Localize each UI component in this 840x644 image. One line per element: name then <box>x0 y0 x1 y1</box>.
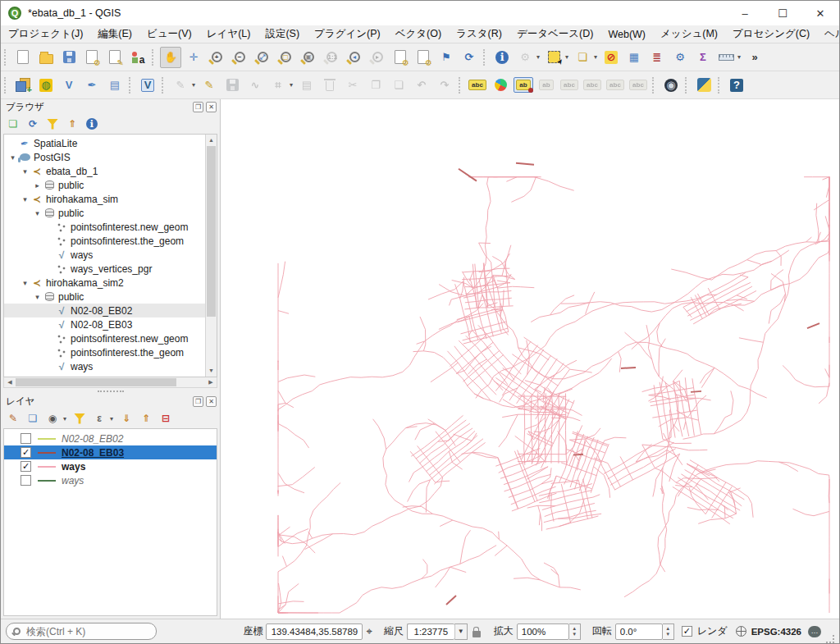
new-map-view-button[interactable]: ⚙ <box>390 47 411 68</box>
zoom-last-button[interactable]: ◂ <box>344 47 365 68</box>
menu-item-7[interactable]: ラスタ(R) <box>449 25 509 43</box>
expander-icon[interactable]: ▾ <box>20 279 30 287</box>
menu-item-0[interactable]: プロジェクト(J) <box>1 25 90 43</box>
new-memory-layer-button[interactable]: ▤ <box>104 75 126 96</box>
measure-button[interactable] <box>715 47 737 68</box>
locator-search-box[interactable] <box>6 623 157 640</box>
show-bookmarks-button[interactable]: ⚑ <box>436 47 457 68</box>
help-button[interactable]: ? <box>726 75 747 96</box>
processing-toolbox-button[interactable]: ⚙ <box>669 47 691 68</box>
close-button[interactable]: ✕ <box>801 1 839 25</box>
osm-place-search-button[interactable]: ◉ <box>660 75 682 96</box>
show-layout-manager-button[interactable]: ✎ <box>104 47 126 68</box>
scroll-down-icon[interactable]: ▼ <box>206 365 217 377</box>
measure-button-dropdown-icon[interactable]: ▾ <box>737 53 743 61</box>
menu-item-5[interactable]: プラグイン(P) <box>307 25 388 43</box>
select-features-button-dropdown-icon[interactable]: ▾ <box>565 53 571 61</box>
toolbar-grip[interactable] <box>459 77 463 94</box>
browser-item[interactable]: ✒SpatiaLite <box>4 136 205 150</box>
menu-item-3[interactable]: レイヤ(L) <box>199 25 258 43</box>
layer-visibility-checkbox[interactable] <box>21 475 31 486</box>
zoom-to-layer-button[interactable]: ▣ <box>298 47 319 68</box>
browser-item[interactable]: pointsofinterest.the_geom <box>4 345 205 359</box>
menu-item-8[interactable]: データベース(D) <box>509 25 601 43</box>
coordinate-input[interactable] <box>266 623 363 640</box>
browser-item[interactable]: ▾PostGIS <box>4 150 205 164</box>
scroll-right-icon[interactable]: ▶ <box>205 377 217 387</box>
menu-item-6[interactable]: ベクタ(O) <box>388 25 449 43</box>
expander-icon[interactable]: ▾ <box>32 209 43 217</box>
style-manager-button[interactable]: a <box>127 47 148 68</box>
add-selected-layers-button[interactable]: ❏ <box>4 115 22 133</box>
menu-item-10[interactable]: メッシュ(M) <box>653 25 725 43</box>
messages-icon[interactable]: … <box>808 626 821 637</box>
toolbar-grip[interactable] <box>652 77 656 94</box>
pin-labels-button[interactable]: ab <box>513 75 534 96</box>
zoom-in-button[interactable]: + <box>206 47 227 68</box>
new-virtual-layer-button[interactable]: V <box>137 75 158 96</box>
menu-item-1[interactable]: 編集(E) <box>90 25 139 43</box>
toggle-editing-button-dropdown-icon[interactable]: ▾ <box>192 81 198 89</box>
open-layer-styling-button[interactable]: ✎ <box>4 409 22 427</box>
browser-item[interactable]: √ways <box>4 359 205 373</box>
render-checkbox[interactable]: ✓ <box>682 626 692 637</box>
refresh-browser-button[interactable]: ⟳ <box>24 115 42 133</box>
add-group-button[interactable]: ❏ <box>24 409 42 427</box>
layer-labeling-button[interactable]: abc <box>467 75 488 96</box>
toolbar-grip[interactable] <box>162 77 166 94</box>
browser-item[interactable]: ▾≺hirohakama_sim <box>4 192 205 206</box>
scroll-left-icon[interactable]: ◀ <box>4 377 16 387</box>
layer-item[interactable]: N02-08_EB02 <box>4 432 217 445</box>
identify-features-button[interactable]: ℹ <box>491 47 513 68</box>
run-feature-action-button-dropdown-icon[interactable]: ▾ <box>536 53 542 61</box>
magnifier-input[interactable] <box>517 623 569 640</box>
search-input[interactable] <box>25 625 131 638</box>
browser-item[interactable]: ways_vertices_pgr <box>4 373 205 377</box>
select-features-button[interactable] <box>543 47 564 68</box>
toolbar-grip[interactable] <box>4 77 8 94</box>
lock-scale-icon[interactable] <box>472 631 481 637</box>
browser-item[interactable]: ▾public <box>4 206 205 220</box>
browser-item[interactable]: pointsofinterest.new_geom <box>4 220 205 234</box>
enable-properties-button[interactable]: ℹ <box>83 115 101 133</box>
crs-globe-icon[interactable] <box>736 626 746 637</box>
new-shapefile-layer-button[interactable]: V <box>58 75 80 96</box>
expander-icon[interactable]: ▾ <box>7 153 18 162</box>
show-statistics-button[interactable]: Σ <box>692 47 714 68</box>
select-by-form-button[interactable]: ❏ <box>572 47 593 68</box>
toolbar-grip[interactable] <box>129 77 133 94</box>
window-resize-grip[interactable] <box>826 635 834 643</box>
collapse-all-layers-button[interactable]: ⇑ <box>137 409 155 427</box>
filter-by-expression-button-dropdown-icon[interactable]: ▾ <box>110 415 116 422</box>
manage-map-themes-button-dropdown-icon[interactable]: ▾ <box>63 415 69 422</box>
layer-visibility-checkbox[interactable]: ✓ <box>21 447 31 458</box>
layer-item[interactable]: ways <box>4 473 217 487</box>
collapse-all-button[interactable]: ⇑ <box>63 115 81 133</box>
coordinate-extents-icon[interactable]: ⌖ <box>366 625 372 638</box>
panel-splitter[interactable] <box>1 388 220 394</box>
browser-item[interactable]: √N02-08_EB03 <box>4 317 205 331</box>
scroll-track-h[interactable] <box>16 377 205 387</box>
new-geopackage-layer-button[interactable]: ◍ <box>35 75 57 96</box>
browser-item[interactable]: ways_vertices_pgr <box>4 262 205 276</box>
rotation-input[interactable] <box>615 623 663 640</box>
magnifier-spinner[interactable]: ▲▼ <box>569 623 581 640</box>
scroll-thumb[interactable] <box>207 146 216 317</box>
refresh-map-button[interactable]: ⟳ <box>459 47 480 68</box>
current-edits-button[interactable]: ✎ <box>199 75 220 96</box>
browser-item[interactable]: √N02-08_EB02 <box>4 304 205 317</box>
layer-item[interactable]: ✓ways <box>4 459 217 473</box>
toolbar-grip[interactable] <box>152 49 156 66</box>
deselect-all-button[interactable]: ⊘ <box>600 47 622 68</box>
toolbar-grip[interactable] <box>718 77 722 94</box>
layer-visibility-checkbox[interactable]: ✓ <box>21 461 31 472</box>
menu-item-2[interactable]: ビュー(V) <box>139 25 199 43</box>
menu-item-11[interactable]: プロセシング(C) <box>725 25 817 43</box>
browser-item[interactable]: √ways <box>4 248 205 262</box>
filter-browser-button[interactable] <box>43 115 62 133</box>
crs-label[interactable]: EPSG:4326 <box>751 627 801 637</box>
new-print-layout-button[interactable]: ⚙ <box>81 47 103 68</box>
browser-item[interactable]: ▾≺ebata_db_1 <box>4 164 205 178</box>
data-source-manager-button[interactable]: + <box>12 75 34 96</box>
rotation-spinner[interactable]: ▲▼ <box>663 623 674 640</box>
